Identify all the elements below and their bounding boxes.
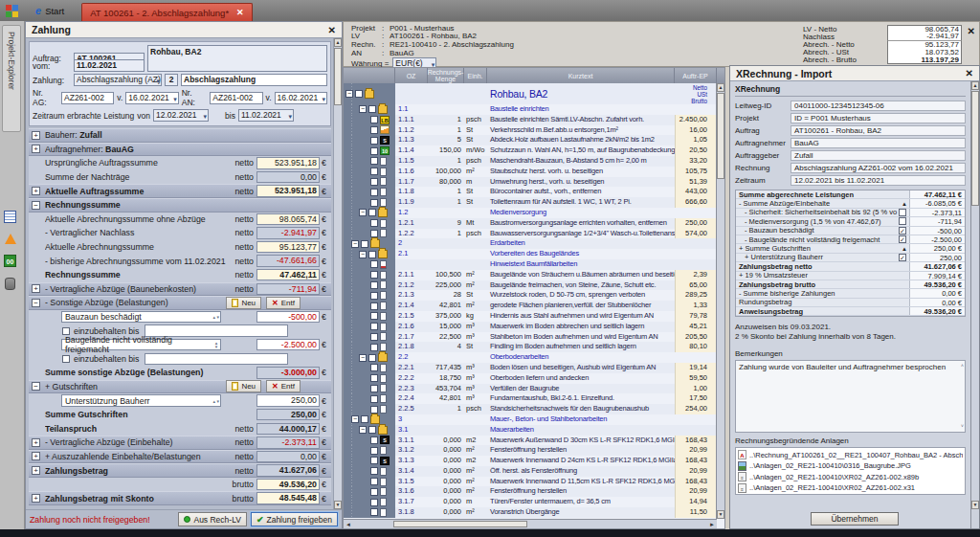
row-checkbox[interactable] xyxy=(370,189,378,196)
nr-an-input[interactable]: AZ261-002 xyxy=(210,92,262,104)
lv-row[interactable]: 3.1.50,000m²Mauerwerk Innenwand D 11,5cm… xyxy=(344,477,717,487)
lv-row[interactable]: −2Erdarbeiten xyxy=(344,238,717,249)
abzug-text-input[interactable]: Unterstützung Bauherr▴ ▾ xyxy=(61,394,221,407)
amount-field[interactable]: 523.951,18 xyxy=(256,157,320,169)
column-header-auftr-ep[interactable]: Auftr-EP xyxy=(675,68,717,83)
amount-field[interactable]: 95.123,77 xyxy=(256,241,320,254)
expander-icon[interactable]: − xyxy=(351,415,359,423)
einbehalten-bis-input[interactable] xyxy=(145,353,288,366)
expander-icon[interactable]: − xyxy=(359,426,367,434)
auftrag-name-field[interactable]: Rohbau, BA2 xyxy=(147,45,327,72)
expander-icon[interactable]: − xyxy=(359,209,367,216)
include-checkbox[interactable]: ✓ xyxy=(899,235,906,243)
lv-row[interactable]: 2.1.5375,000kgHindernis aus Stahl aufneh… xyxy=(344,311,717,322)
lv-row[interactable]: 3.1.60,000m²Fensteröffnung herstellen20,… xyxy=(344,486,717,497)
row-checkbox[interactable] xyxy=(368,105,376,113)
column-header-oz[interactable]: OZ xyxy=(395,68,428,83)
lv-row[interactable]: 2.1.84StFindling im Boden aufnehmen und … xyxy=(344,342,717,352)
row-checkbox[interactable] xyxy=(370,157,378,165)
row-checkbox[interactable] xyxy=(361,240,368,248)
expander-icon[interactable]: − xyxy=(32,382,40,391)
notebook-icon[interactable] xyxy=(4,211,16,223)
bemerkungen-textarea[interactable]: Zahlung wurde von Bauleiter und Auftragn… xyxy=(735,360,966,433)
row-checkbox[interactable] xyxy=(370,436,378,444)
xrechnung-scrollbar[interactable]: ▲▼ xyxy=(970,81,979,528)
row-checkbox[interactable] xyxy=(370,447,378,455)
row-checkbox[interactable] xyxy=(370,333,378,341)
lv-row[interactable]: −2.1Vorbereiten des Baugeländes xyxy=(344,249,717,259)
amount-field[interactable]: -2.500,00 xyxy=(256,339,320,351)
lv-row[interactable]: −1.1Baustelle einrichten xyxy=(344,104,717,115)
amount-field[interactable]: 48.545,48 xyxy=(256,492,320,504)
row-checkbox[interactable] xyxy=(370,406,378,414)
attachment-item[interactable]: ..\Anlagen_02_RE21-100410\0316_Baugrube.… xyxy=(738,460,963,472)
zahlung-close-icon[interactable]: ✕ xyxy=(328,25,336,35)
neu-button[interactable]: Neu xyxy=(226,297,261,309)
amount-field[interactable]: 98.065,74 xyxy=(256,213,320,226)
lv-row[interactable]: 2.1.328StWurzelstock roden, D 50-75 cm, … xyxy=(344,290,717,301)
collapse-arrow-icon[interactable]: ▲ xyxy=(902,201,907,207)
row-checkbox[interactable] xyxy=(370,137,378,145)
expander-icon[interactable]: − xyxy=(359,354,367,362)
amount-field[interactable]: -711,94 xyxy=(256,283,320,296)
amount-field[interactable]: -500,00 xyxy=(256,311,320,324)
row-checkbox[interactable] xyxy=(368,209,376,216)
lv-row[interactable]: 1.1.91StToilettenraum für AN aufstell. 1… xyxy=(344,197,717,208)
attachment-item[interactable]: ≡..\Anlagen_02_RE21-100410\XR02_AZ261-00… xyxy=(738,482,963,494)
expander-icon[interactable]: − xyxy=(345,90,353,98)
row-checkbox[interactable] xyxy=(370,478,378,485)
row-checkbox[interactable] xyxy=(370,199,378,207)
uebernehmen-button[interactable]: Übernehmen xyxy=(811,512,899,526)
lv-row[interactable]: Hinweistext Baumfällarbeiten xyxy=(344,259,717,270)
amount-field[interactable]: 47.462,11 xyxy=(256,269,320,281)
row-checkbox[interactable] xyxy=(370,302,378,310)
row-checkbox[interactable] xyxy=(370,364,378,371)
lv-row[interactable]: S3.1.10,000m2Mauerwerk Außenwand D 30cm … xyxy=(344,436,717,446)
expander-icon[interactable]: + xyxy=(32,131,40,140)
expander-icon[interactable]: + xyxy=(32,438,40,447)
row-checkbox[interactable] xyxy=(370,467,378,475)
row-checkbox[interactable] xyxy=(370,116,378,123)
lv-row[interactable]: 2.1.442,801m²gerodete Flächen planieren,… xyxy=(344,301,717,311)
amount-field[interactable]: 523.951,18 xyxy=(256,185,320,197)
lv-row[interactable]: 101.1.4150,00m/WoSchutzzaun n. Wahl AN, … xyxy=(344,145,717,156)
lv-row[interactable]: 3.1.80,000m²Voranstrich Übergänge11,50 xyxy=(344,507,717,518)
v2-date-select[interactable]: 16.02.2021 xyxy=(275,92,327,104)
expander-icon[interactable]: − xyxy=(359,105,367,113)
expander-icon[interactable]: − xyxy=(351,240,359,248)
lv-row[interactable]: S3.1.30,000m2Mauerwerk Innenwand D 24cm … xyxy=(344,456,717,466)
lv-row[interactable]: −3.1Mauerarbeiten xyxy=(344,425,717,436)
lv-row[interactable]: S1.1.35StAbdeck.Holz aufbauen Lastaufnah… xyxy=(344,135,717,145)
lv-row[interactable]: LB1.1.11pschBaustelle einrichten Sämtl.L… xyxy=(344,115,717,125)
abzug-text-input[interactable]: Bauzaun beschädigt▴ ▾ xyxy=(61,311,221,324)
tab-active-abschlagszahlung[interactable]: AT 100261 - 2. Abschlagszahlung*✕ xyxy=(81,3,252,21)
neu-button[interactable]: Neu xyxy=(226,380,261,392)
entf-button[interactable]: ✕Entf xyxy=(266,380,301,392)
include-checkbox[interactable]: ✓ xyxy=(899,254,906,261)
include-checkbox[interactable]: ✓ xyxy=(899,227,906,235)
row-checkbox[interactable] xyxy=(370,271,378,279)
lv-row[interactable]: 2.2.51pschStandsicherheitsnachweis für d… xyxy=(344,404,717,414)
include-checkbox[interactable] xyxy=(899,209,906,216)
column-header-rechnungs-[interactable]: Rechnungs- Menge xyxy=(428,68,464,83)
archive-icon[interactable] xyxy=(5,278,15,290)
row-checkbox[interactable] xyxy=(370,147,378,155)
row-checkbox[interactable] xyxy=(370,508,378,516)
expander-icon[interactable]: + xyxy=(32,494,40,503)
field-value[interactable]: Abschlagszahlung AZ261-002 vom 16.02.202… xyxy=(791,163,966,173)
lv-row[interactable]: 2.2.3453,704m³Verfüllen der Baugrube1,00 xyxy=(344,384,717,394)
field-value[interactable]: Zufall xyxy=(791,150,966,161)
lv-row[interactable]: 3.1.70,000mTüren/Fenster untermauern, d=… xyxy=(344,497,717,507)
lv-row[interactable]: 2.1.1100,500m²Baugelände von Sträuchern … xyxy=(344,270,717,280)
lv-row[interactable]: 3.1.40,000m²Öff. herst. als Fensteröffnu… xyxy=(344,466,717,477)
v1-date-select[interactable]: 16.02.2021 xyxy=(125,92,178,104)
column-header-kurztext[interactable]: Kurztext xyxy=(487,68,675,83)
vom-field[interactable]: 11.02.2021 xyxy=(74,59,145,72)
column-header-tree[interactable] xyxy=(344,68,395,83)
attachment-item[interactable]: A..\Rechnung_AT100261_02__RE21_100407_Ro… xyxy=(738,449,963,460)
row-checkbox[interactable] xyxy=(368,426,376,434)
amount-field[interactable]: -2.941,97 xyxy=(256,227,320,239)
row-checkbox[interactable] xyxy=(370,488,378,496)
scroll-thumb[interactable] xyxy=(393,521,527,527)
field-value[interactable]: ID = P001 Musterhaus xyxy=(791,113,966,123)
